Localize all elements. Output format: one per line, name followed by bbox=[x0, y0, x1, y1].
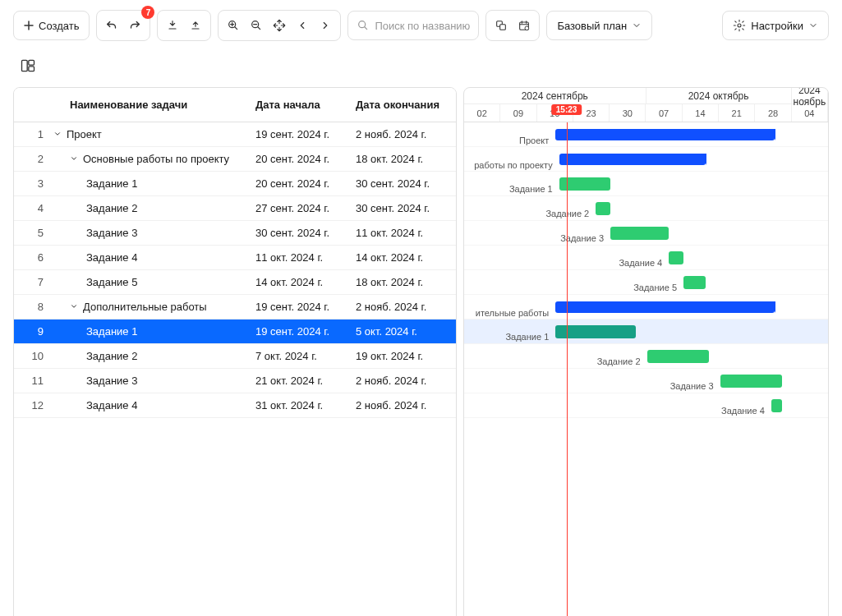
chevron-down-icon[interactable] bbox=[70, 154, 78, 163]
row-end[interactable]: 2 нояб. 2024 г. bbox=[356, 301, 456, 313]
gantt-bar[interactable]: Задание 2 bbox=[596, 202, 610, 215]
col-header-end[interactable]: Дата окончания bbox=[356, 99, 456, 111]
outdent-button[interactable] bbox=[161, 11, 184, 40]
row-start[interactable]: 27 сент. 2024 г. bbox=[255, 202, 356, 214]
table-row[interactable]: 8Дополнительные работы19 сент. 2024 г.2 … bbox=[14, 295, 456, 319]
row-name-cell[interactable]: Задание 4 bbox=[53, 399, 255, 411]
row-name-cell[interactable]: Дополнительные работы bbox=[53, 301, 255, 313]
zoom-out-button[interactable] bbox=[245, 11, 268, 40]
row-end[interactable]: 14 окт. 2024 г. bbox=[356, 251, 456, 264]
undo-button[interactable] bbox=[100, 11, 123, 40]
day-header[interactable]: 04 bbox=[792, 104, 828, 122]
row-start[interactable]: 30 сент. 2024 г. bbox=[255, 227, 356, 239]
search-box[interactable] bbox=[347, 11, 479, 40]
row-name-cell[interactable]: Основные работы по проекту bbox=[53, 153, 255, 165]
row-start[interactable]: 11 окт. 2024 г. bbox=[255, 251, 356, 264]
row-name-cell[interactable]: Задание 2 bbox=[53, 202, 255, 214]
gantt-bar[interactable]: Задание 1 bbox=[555, 325, 636, 338]
row-end[interactable]: 11 окт. 2024 г. bbox=[356, 227, 456, 239]
row-name-cell[interactable]: Задание 2 bbox=[53, 350, 255, 362]
table-row[interactable]: 5Задание 330 сент. 2024 г.11 окт. 2024 г… bbox=[14, 221, 456, 246]
gantt-bar[interactable]: Задание 3 bbox=[720, 375, 783, 388]
table-row[interactable]: 3Задание 120 сент. 2024 г.30 сент. 2024 … bbox=[14, 172, 456, 196]
col-header-start[interactable]: Дата начала bbox=[255, 99, 356, 111]
row-name-cell[interactable]: Задание 1 bbox=[53, 177, 255, 190]
gantt-row[interactable]: Задание 4 bbox=[464, 393, 828, 418]
row-end[interactable]: 30 сент. 2024 г. bbox=[356, 202, 456, 214]
row-start[interactable]: 19 сент. 2024 г. bbox=[255, 325, 356, 338]
day-header[interactable]: 07 bbox=[646, 104, 682, 122]
gantt-row[interactable]: работы по проекту bbox=[464, 147, 828, 172]
gantt-row[interactable]: Задание 2 bbox=[464, 196, 828, 221]
row-name-cell[interactable]: Задание 4 bbox=[53, 251, 255, 264]
calendar-button[interactable] bbox=[513, 11, 536, 40]
table-row[interactable]: 4Задание 227 сент. 2024 г.30 сент. 2024 … bbox=[14, 196, 456, 221]
row-end[interactable]: 19 окт. 2024 г. bbox=[356, 350, 456, 362]
row-start[interactable]: 14 окт. 2024 г. bbox=[255, 276, 356, 288]
gantt-bar[interactable]: Задание 5 bbox=[683, 276, 706, 289]
row-name-cell[interactable]: Задание 1 bbox=[53, 325, 255, 338]
row-start[interactable]: 19 сент. 2024 г. bbox=[255, 301, 356, 313]
col-header-name[interactable]: Наименование задачи bbox=[53, 99, 255, 111]
gantt-row[interactable]: ительные работы bbox=[464, 295, 828, 319]
row-start[interactable]: 20 сент. 2024 г. bbox=[255, 177, 356, 190]
day-header[interactable]: 09 bbox=[500, 104, 536, 122]
row-name-cell[interactable]: Проект bbox=[53, 128, 255, 140]
row-end[interactable]: 18 окт. 2024 г. bbox=[356, 153, 456, 165]
gantt-row[interactable]: Задание 1 bbox=[464, 319, 828, 344]
day-header[interactable]: 30 bbox=[610, 104, 646, 122]
table-row[interactable]: 6Задание 411 окт. 2024 г.14 окт. 2024 г. bbox=[14, 246, 456, 270]
day-header[interactable]: 14 bbox=[683, 104, 719, 122]
row-name-cell[interactable]: Задание 3 bbox=[53, 375, 255, 387]
row-start[interactable]: 21 окт. 2024 г. bbox=[255, 375, 356, 387]
row-start[interactable]: 20 сент. 2024 г. bbox=[255, 153, 356, 165]
gantt-row[interactable]: Задание 3 bbox=[464, 369, 828, 393]
gantt-row[interactable]: Задание 3 bbox=[464, 221, 828, 246]
chevron-down-icon[interactable] bbox=[70, 302, 78, 310]
search-input[interactable] bbox=[375, 20, 470, 32]
day-header[interactable]: 02 bbox=[464, 104, 500, 122]
table-row[interactable]: 9Задание 119 сент. 2024 г.5 окт. 2024 г. bbox=[14, 319, 456, 344]
gantt-row[interactable]: Задание 4 bbox=[464, 246, 828, 270]
create-button[interactable]: Создать bbox=[13, 11, 90, 40]
table-row[interactable]: 11Задание 321 окт. 2024 г.2 нояб. 2024 г… bbox=[14, 369, 456, 393]
gantt-row[interactable]: Проект bbox=[464, 122, 828, 147]
fit-button[interactable] bbox=[268, 11, 291, 40]
day-header[interactable]: 21 bbox=[719, 104, 755, 122]
row-name-cell[interactable]: Задание 3 bbox=[53, 227, 255, 239]
gantt-body[interactable]: Проектработы по проектуЗадание 1Задание … bbox=[464, 122, 828, 418]
chevron-down-icon[interactable] bbox=[53, 130, 62, 138]
layout-toggle-button[interactable] bbox=[13, 51, 43, 80]
row-name-cell[interactable]: Задание 5 bbox=[53, 276, 255, 288]
row-start[interactable]: 31 окт. 2024 г. bbox=[255, 399, 356, 411]
row-end[interactable]: 18 окт. 2024 г. bbox=[356, 276, 456, 288]
gantt-bar[interactable]: Задание 2 bbox=[647, 350, 710, 363]
day-header[interactable]: 28 bbox=[755, 104, 791, 122]
gantt-bar[interactable]: Задание 3 bbox=[610, 227, 669, 240]
row-end[interactable]: 2 нояб. 2024 г. bbox=[356, 399, 456, 411]
table-row[interactable]: 1Проект19 сент. 2024 г.2 нояб. 2024 г. bbox=[14, 122, 456, 147]
table-row[interactable]: 10Задание 27 окт. 2024 г.19 окт. 2024 г. bbox=[14, 344, 456, 369]
row-end[interactable]: 2 нояб. 2024 г. bbox=[356, 128, 456, 140]
table-row[interactable]: 7Задание 514 окт. 2024 г.18 окт. 2024 г. bbox=[14, 270, 456, 295]
prev-button[interactable] bbox=[291, 11, 314, 40]
gantt-bar[interactable]: Задание 4 bbox=[669, 251, 683, 264]
baseline-dropdown[interactable]: Базовый план bbox=[546, 11, 652, 40]
row-end[interactable]: 2 нояб. 2024 г. bbox=[356, 375, 456, 387]
gantt-row[interactable]: Задание 1 bbox=[464, 172, 828, 196]
gantt-bar[interactable]: Проект bbox=[555, 129, 775, 140]
settings-dropdown[interactable]: Настройки bbox=[722, 11, 829, 40]
next-button[interactable] bbox=[314, 11, 337, 40]
table-row[interactable]: 2Основные работы по проекту20 сент. 2024… bbox=[14, 147, 456, 172]
expand-button[interactable] bbox=[490, 11, 513, 40]
gantt-row[interactable]: Задание 2 bbox=[464, 344, 828, 369]
row-start[interactable]: 7 окт. 2024 г. bbox=[255, 350, 356, 362]
table-row[interactable]: 12Задание 431 окт. 2024 г.2 нояб. 2024 г… bbox=[14, 393, 456, 418]
gantt-bar[interactable]: Задание 4 bbox=[771, 399, 782, 412]
row-end[interactable]: 30 сент. 2024 г. bbox=[356, 177, 456, 190]
row-end[interactable]: 5 окт. 2024 г. bbox=[356, 325, 456, 338]
indent-button[interactable] bbox=[184, 11, 207, 40]
gantt-row[interactable]: Задание 5 bbox=[464, 270, 828, 295]
row-start[interactable]: 19 сент. 2024 г. bbox=[255, 128, 356, 140]
gantt-bar[interactable]: работы по проекту bbox=[559, 154, 706, 165]
